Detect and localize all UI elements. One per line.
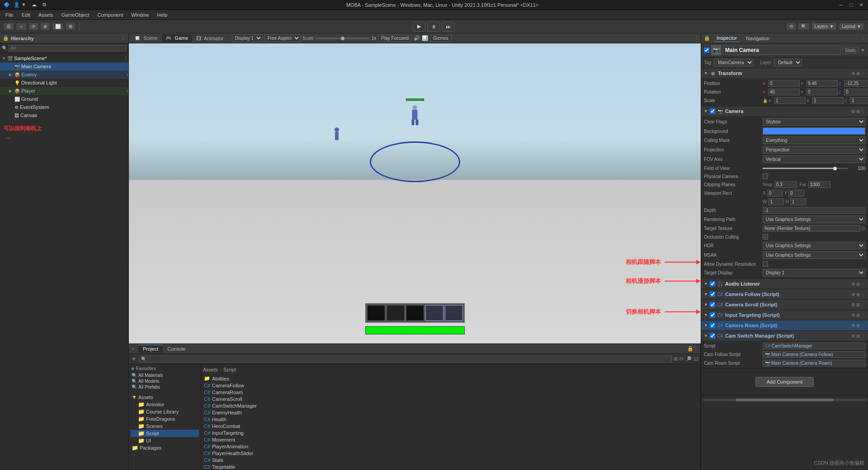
cs-expand-icon[interactable]: ⊞ bbox=[856, 302, 860, 307]
pos-y-input[interactable] bbox=[806, 80, 838, 87]
camera-more-icon[interactable]: ⋮ bbox=[861, 109, 865, 114]
project-menu-icon[interactable]: ⋮ bbox=[693, 346, 698, 352]
it-active-check[interactable] bbox=[710, 312, 715, 318]
transform-settings-icon[interactable]: ⚙ bbox=[851, 71, 855, 76]
hierarchy-menu-icon[interactable]: ⋮ bbox=[121, 35, 126, 41]
scale-btn[interactable]: ⊕ bbox=[40, 23, 50, 30]
cf-more-icon[interactable]: ⋮ bbox=[861, 292, 865, 297]
skill-slot-5[interactable] bbox=[445, 305, 463, 321]
input-targeting-header[interactable]: ▼ C# Input Targeting (Script) ⚙ ⊞ ⋮ bbox=[701, 310, 868, 320]
dynamic-res-checkbox[interactable] bbox=[763, 261, 768, 267]
csm-more-icon[interactable]: ⋮ bbox=[861, 334, 865, 338]
it-settings-icon[interactable]: ⚙ bbox=[851, 313, 855, 318]
cloud-btn[interactable]: ☁ bbox=[32, 2, 37, 8]
file-camswitchmanager[interactable]: C# CamSwitchManager bbox=[203, 403, 698, 409]
hdr-select[interactable]: Use Graphics Settings bbox=[763, 242, 865, 249]
minimize-btn[interactable]: ─ bbox=[838, 2, 844, 8]
cr-more-icon[interactable]: ⋮ bbox=[861, 323, 865, 328]
tree-item-samplescene[interactable]: ▼ 🎬 SampleScene* ⋮ bbox=[0, 54, 128, 62]
menu-component[interactable]: Component bbox=[94, 11, 127, 19]
file-playeranimation[interactable]: C# PlayerAnimation bbox=[203, 443, 698, 450]
far-input[interactable] bbox=[808, 181, 831, 188]
file-stats[interactable]: C# Stats bbox=[203, 457, 698, 463]
depth-input[interactable] bbox=[763, 207, 865, 214]
cam-switch-header[interactable]: ▼ C# Cam Switch Manager (Script) ⚙ ⊞ ⋮ bbox=[701, 331, 868, 341]
menu-edit[interactable]: Edit bbox=[18, 11, 34, 19]
mute-icon[interactable]: 🔊 bbox=[414, 35, 420, 41]
audio-listener-header[interactable]: ▼ 🎧 Audio Listener ⚙ ⊞ ⋮ bbox=[701, 279, 868, 289]
folder-freedragons[interactable]: 📁 FreeDragons bbox=[131, 415, 199, 423]
refresh-icon[interactable]: ⟳ bbox=[679, 356, 684, 362]
close-btn[interactable]: ✕ bbox=[858, 2, 864, 8]
inspector-lock-icon[interactable]: 🔒 bbox=[704, 35, 710, 41]
background-color-swatch[interactable] bbox=[763, 127, 865, 135]
multi-btn[interactable]: ⊞ bbox=[66, 23, 75, 30]
clear-flags-select[interactable]: Skybox bbox=[763, 118, 865, 126]
it-more-icon[interactable]: ⋮ bbox=[861, 313, 865, 318]
add-component-button[interactable]: Add Component bbox=[755, 377, 814, 387]
vp-w-input[interactable] bbox=[768, 198, 784, 205]
pos-z-input[interactable] bbox=[844, 80, 868, 87]
skill-slot-1[interactable] bbox=[367, 305, 385, 321]
tree-item-canvas[interactable]: 🖼 Canvas bbox=[0, 111, 128, 119]
csm-expand-icon[interactable]: ⊞ bbox=[856, 334, 860, 338]
tree-item-ground[interactable]: ⬜ Ground bbox=[0, 95, 128, 103]
sc-x-input[interactable] bbox=[774, 97, 806, 104]
file-inputtargeting[interactable]: C# InputTargeting bbox=[203, 430, 698, 436]
sc-z-input[interactable] bbox=[850, 97, 868, 104]
tab-animator[interactable]: 🎞 Animator bbox=[193, 35, 227, 42]
camera-scroll-header[interactable]: ▼ C# Camera Scroll (Script) ⚙ ⊞ ⋮ bbox=[701, 300, 868, 310]
camera-roam-header[interactable]: ▼ C# Camera Roam (Script) ⚙ ⊞ ⋮ bbox=[701, 320, 868, 330]
folder-script[interactable]: 📁 Script bbox=[131, 430, 199, 437]
pause-button[interactable]: ⏸ bbox=[427, 22, 440, 32]
tab-scene[interactable]: 🔲 Scene bbox=[131, 34, 161, 42]
folder-packages[interactable]: 📁 Packages bbox=[131, 444, 199, 451]
file-camerascroll[interactable]: C# CameraScroll bbox=[203, 396, 698, 402]
fav-all-models[interactable]: 🔍 All Models bbox=[131, 378, 199, 384]
play-focused-btn[interactable]: Play Focused bbox=[378, 35, 412, 42]
layout-btn[interactable]: Layout ▼ bbox=[839, 23, 864, 30]
file-abilities[interactable]: 📁 Abilities bbox=[203, 375, 698, 382]
add-folder-icon[interactable]: ＋ bbox=[131, 345, 136, 352]
tag-select[interactable]: MainCamera bbox=[714, 59, 754, 66]
camera-follow-header[interactable]: ▼ C# Camera Follow (Script) ⚙ ⊞ ⋮ bbox=[701, 289, 868, 299]
inspector-scrollbar[interactable] bbox=[703, 399, 866, 401]
filter-icon[interactable]: ⊞ bbox=[674, 356, 678, 362]
cf-active-check[interactable] bbox=[710, 291, 715, 297]
aspect-select[interactable]: Free Aspect bbox=[264, 34, 301, 42]
vp-y-input[interactable] bbox=[788, 190, 804, 197]
rect-btn[interactable]: ⬜ bbox=[52, 23, 64, 30]
file-herocombat[interactable]: C# HeroCombat bbox=[203, 423, 698, 429]
game-viewport[interactable] bbox=[129, 43, 701, 343]
file-camerafollow[interactable]: C# CameraFollow bbox=[203, 382, 698, 389]
stats-icon[interactable]: 📊 bbox=[422, 35, 428, 41]
scene-plus-btn[interactable]: ⋮ bbox=[123, 56, 128, 61]
fav-all-materials[interactable]: 🔍 All Materials bbox=[131, 372, 199, 378]
hierarchy-lock-icon[interactable]: 🔒 bbox=[3, 35, 9, 41]
tab-project[interactable]: Project bbox=[138, 345, 163, 352]
folder-scenes[interactable]: 📁 Scenes bbox=[131, 423, 199, 430]
cr-active-check[interactable] bbox=[710, 323, 715, 328]
display-select[interactable]: Display 1 bbox=[232, 34, 263, 42]
account-btn[interactable]: 👤 ▼ bbox=[14, 2, 26, 8]
tab-console[interactable]: Console bbox=[163, 345, 190, 352]
folder-courselibrary[interactable]: 📁 Course Library bbox=[131, 408, 199, 415]
folder-assets[interactable]: ▼ Assets bbox=[131, 394, 199, 401]
file-targetable[interactable]: C# Targetable bbox=[203, 464, 698, 470]
breadcrumb-assets[interactable]: Assets bbox=[203, 367, 218, 372]
cs-active-check[interactable] bbox=[710, 302, 715, 307]
tab-game[interactable]: 🎮 Game bbox=[162, 34, 192, 42]
rot-x-input[interactable] bbox=[768, 89, 800, 95]
occlusion-checkbox[interactable] bbox=[763, 234, 768, 240]
camera-header[interactable]: ▼ 📷 Camera ⚙ ⊞ ⋮ bbox=[701, 106, 868, 116]
target-display-select[interactable]: Display 1 bbox=[763, 269, 865, 277]
create-icon[interactable]: ＋ bbox=[131, 355, 137, 363]
rot-y-input[interactable] bbox=[806, 89, 838, 95]
culling-mask-select[interactable]: Everything bbox=[763, 136, 865, 144]
navigation-tab[interactable]: Navigation bbox=[743, 35, 772, 42]
tree-item-player[interactable]: ▶ 📦 Player › bbox=[0, 87, 128, 95]
csm-active-check[interactable] bbox=[710, 333, 715, 338]
camera-expand-icon[interactable]: ⊞ bbox=[856, 109, 860, 114]
target-texture-pick-icon[interactable]: ⊙ bbox=[861, 226, 865, 231]
skill-slot-3[interactable] bbox=[406, 305, 424, 321]
